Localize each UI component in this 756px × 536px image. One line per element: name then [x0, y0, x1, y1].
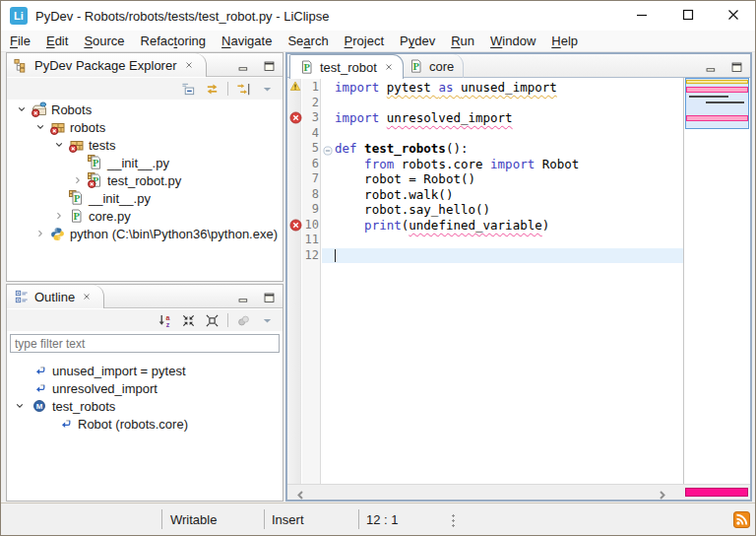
editor-area: Ptest_robotPcore 1import pytest as unuse…: [285, 52, 752, 502]
code-lines[interactable]: 1import pytest as unused_import23import …: [287, 80, 683, 484]
svg-text:P: P: [93, 158, 99, 168]
chevron-down-icon[interactable]: [54, 136, 64, 154]
line-number: 6: [287, 157, 319, 172]
close-view-icon[interactable]: [184, 60, 194, 70]
code-line-7[interactable]: 7 robot = Robot(): [287, 171, 683, 187]
tree-item-test-robots[interactable]: Mtest_robots: [7, 397, 283, 415]
tree-item-test-robot-py[interactable]: Ptest_robot.py: [7, 171, 283, 189]
maximize-editor-button[interactable]: [728, 59, 745, 76]
line-number: 7: [287, 171, 319, 187]
editor-tab-core[interactable]: Pcore: [400, 54, 464, 78]
code-line-2[interactable]: 2: [287, 96, 683, 111]
menu-project[interactable]: Project: [337, 31, 392, 52]
menu-navigate[interactable]: Navigate: [214, 31, 280, 52]
collapse-all-button[interactable]: [180, 312, 197, 329]
code-line-1[interactable]: 1import pytest as unused_import: [287, 80, 683, 96]
code-line-8[interactable]: 8 robot.walk(): [287, 187, 683, 203]
outline-view: Outline az unused_import = pytestunresol…: [6, 284, 284, 502]
minimap-error-marker[interactable]: [686, 115, 748, 121]
outline-tab[interactable]: Outline: [7, 285, 104, 308]
minimap-error-marker[interactable]: [686, 87, 748, 93]
status-caret-position: 12 : 1: [366, 512, 399, 527]
tree-item-tests[interactable]: tests: [7, 136, 283, 154]
chevron-right-icon[interactable]: [73, 171, 83, 189]
minimize-view-button[interactable]: [235, 290, 252, 306]
menu-help[interactable]: Help: [543, 31, 586, 52]
outline-filter-input[interactable]: [10, 334, 280, 353]
tree-item-robots[interactable]: Robots: [7, 100, 283, 118]
code-text: import pytest as unused_import: [335, 80, 557, 96]
code-line-10[interactable]: 10 print(undefined_variable): [287, 218, 683, 234]
line-number: 3: [287, 110, 319, 126]
minimize-editor-button[interactable]: [703, 59, 720, 76]
window-maximize-button[interactable]: [665, 1, 711, 31]
chevron-down-icon[interactable]: [35, 118, 45, 136]
tree-item-label: test_robot.py: [107, 171, 181, 189]
window-close-button[interactable]: [711, 1, 756, 31]
tree-item-unresolved-import[interactable]: unresolved_import: [7, 379, 283, 397]
code-line-11[interactable]: 11: [287, 233, 683, 248]
filters-button-disabled[interactable]: [235, 312, 252, 329]
code-line-5[interactable]: 5def test_robots():: [287, 141, 683, 157]
menu-run[interactable]: Run: [443, 31, 482, 52]
python-file-icon: P: [69, 207, 85, 225]
sort-alphabetically-button[interactable]: az: [157, 312, 173, 329]
tree-item-robots[interactable]: robots: [7, 118, 283, 136]
tree-item-python-c-bin-python36-python-exe-[interactable]: python (C:\bin\Python36\python.exe): [7, 225, 283, 242]
minimap-warning-marker[interactable]: [686, 80, 748, 84]
menu-edit[interactable]: Edit: [38, 31, 76, 52]
menu-source[interactable]: Source: [76, 31, 132, 52]
code-editor[interactable]: 1import pytest as unused_import23import …: [287, 78, 750, 484]
expand-selection-button[interactable]: [204, 312, 220, 329]
maximize-view-button[interactable]: [261, 290, 278, 306]
python-file-package-icon: P: [88, 154, 103, 171]
code-text: import unresolved_import: [335, 110, 513, 126]
status-separator: [358, 509, 359, 529]
tree-item-core-py[interactable]: Pcore.py: [7, 207, 283, 225]
view-menu-button[interactable]: [259, 81, 276, 98]
code-line-3[interactable]: 3import unresolved_import: [287, 110, 683, 126]
tree-item-label: Robot (robots.core): [78, 415, 188, 433]
editor-tab-test_robot[interactable]: Ptest_robot: [289, 54, 404, 79]
chevron-right-icon[interactable]: [35, 225, 45, 242]
code-line-6[interactable]: 6 from robots.core import Robot: [287, 157, 683, 172]
tree-item--init-py[interactable]: P__init__.py: [7, 189, 283, 207]
focus-on-working-set-button[interactable]: [235, 81, 252, 98]
code-line-4[interactable]: 4: [287, 126, 683, 142]
menu-window[interactable]: Window: [482, 31, 543, 52]
package-explorer-content: RobotsrobotstestsP__init__.pyPtest_robot…: [7, 100, 283, 281]
code-line-12[interactable]: 12: [287, 248, 683, 264]
maximize-view-button[interactable]: [261, 58, 278, 75]
minimap-viewport-thumb[interactable]: [685, 78, 749, 129]
collapse-all-button[interactable]: [180, 81, 197, 98]
code-line-9[interactable]: 9 robot.say_hello(): [287, 202, 683, 218]
menu-search[interactable]: Search: [280, 31, 336, 52]
chevron-down-icon[interactable]: [15, 397, 25, 415]
chevron-right-icon[interactable]: [54, 207, 64, 225]
tree-item-unused-import-pytest[interactable]: unused_import = pytest: [7, 362, 283, 379]
close-tab-icon[interactable]: [384, 62, 394, 72]
python-file-package-icon: P: [69, 189, 85, 207]
close-view-icon[interactable]: [82, 292, 92, 302]
package-explorer-view: PyDev Package Explorer Robotsrobotstests…: [6, 52, 284, 282]
horizontal-scrollbar[interactable]: [287, 484, 750, 500]
package-error-icon: [50, 118, 66, 136]
window-minimize-button[interactable]: [619, 1, 664, 31]
status-writable: Writable: [170, 512, 217, 527]
status-drag-handle[interactable]: [452, 513, 455, 528]
minimize-icon: [636, 7, 648, 25]
status-separator: [264, 509, 265, 529]
minimize-view-button[interactable]: [235, 58, 252, 75]
window-title: PyDev - Robots/robots/tests/test_robot.p…: [35, 9, 329, 24]
tree-item--init-py[interactable]: P__init__.py: [7, 154, 283, 171]
view-menu-button[interactable]: [259, 312, 276, 329]
menu-pydev[interactable]: Pydev: [392, 31, 443, 52]
menu-refactoring[interactable]: Refactoring: [133, 31, 215, 52]
package-explorer-tab[interactable]: PyDev Package Explorer: [7, 53, 207, 77]
overview-minimap[interactable]: [683, 78, 750, 484]
chevron-down-icon[interactable]: [17, 100, 27, 118]
liclipse-news-feed-icon[interactable]: [733, 511, 750, 528]
link-with-editor-button[interactable]: [204, 81, 220, 98]
tree-item-robot-robots-core-[interactable]: Robot (robots.core): [7, 415, 283, 433]
menu-file[interactable]: File: [2, 31, 38, 52]
